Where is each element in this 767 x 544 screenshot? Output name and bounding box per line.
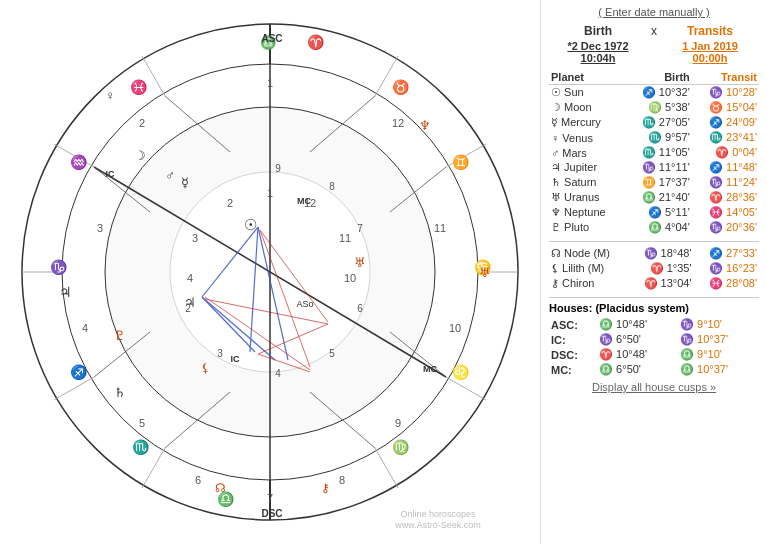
table-row: ♂ Mars ♏ 11°05' ♈ 0°04'	[549, 145, 759, 160]
birth-value: ♏ 11°05'	[625, 145, 692, 160]
transit-date[interactable]: 1 Jan 2019 00:00h	[661, 40, 759, 64]
zodiac-aquarius: ♒	[70, 154, 88, 171]
special-birth: ♑ 18°48'	[628, 246, 693, 261]
birth-date[interactable]: *2 Dec 1972 10:04h	[549, 40, 647, 64]
house-8-outer: 8	[339, 474, 345, 486]
transit-value: ♑ 10°28'	[692, 85, 759, 101]
house-1-outer: 1	[267, 77, 273, 89]
planet-name: ♄ Saturn	[549, 175, 625, 190]
transit-col-header: Transit	[692, 70, 759, 85]
transit-value: ♐ 24°09'	[692, 115, 759, 130]
planet-name: ♇ Pluto	[549, 220, 625, 235]
transit-value: ♈ 28°36'	[692, 190, 759, 205]
display-all-link[interactable]: Display all house cusps »	[549, 381, 759, 393]
table-row: ♇ Pluto ♎ 4°04' ♑ 20°36'	[549, 220, 759, 235]
house-row: ASC: ♎ 10°48' ♑ 9°10'	[549, 317, 759, 332]
birth-value: ♐ 5°11'	[625, 205, 692, 220]
planet-neptune-chart: ♆	[419, 118, 431, 133]
house-birth: ♑ 6°50'	[597, 332, 678, 347]
zodiac-scorpio: ♏	[132, 439, 150, 456]
house-label: ASC:	[549, 317, 597, 332]
mc-inner: MC	[297, 196, 311, 206]
planet-uranus-inner: ♅	[354, 255, 366, 270]
enter-date-link[interactable]: ( Enter date manually )	[549, 6, 759, 18]
house-2: 2	[227, 197, 233, 209]
houses-header: Houses: (Placidus system)	[549, 302, 759, 314]
house-3-outer: 3	[97, 222, 103, 234]
zodiac-taurus: ♉	[392, 79, 410, 96]
house-row: MC: ♎ 6°50' ♎ 10°37'	[549, 362, 759, 377]
planet-chiron-chart: ⚷	[321, 481, 330, 495]
planet-mars-chart: ♂	[165, 168, 175, 183]
watermark-line2: www.Astro-Seek.com	[394, 520, 481, 530]
date-row: *2 Dec 1972 10:04h 1 Jan 2019 00:00h	[549, 40, 759, 64]
planet-mercury-chart: ☿	[181, 175, 189, 190]
special-birth: ♈ 13°04'	[628, 276, 693, 291]
watermark-line1: Online horoscopes	[400, 509, 476, 519]
planet-node-chart: ☊	[215, 481, 226, 495]
svg-text:2: 2	[185, 303, 191, 314]
house-6-outer: 6	[195, 474, 201, 486]
house-birth: ♎ 6°50'	[597, 362, 678, 377]
transit-value: ♈ 0°04'	[692, 145, 759, 160]
house-7-outer: 7	[267, 492, 273, 504]
planet-jupiter-chart: ♃	[59, 284, 72, 300]
table-row: ☿ Mercury ♏ 27°05' ♐ 24°09'	[549, 115, 759, 130]
chart-container: ♈ ♉ ♊ ♋ ♌ ♍ ♎ ♏ ♐ ♑ ♒ ♓ ♎ 1	[10, 12, 530, 532]
divider-2	[549, 297, 759, 298]
house-2-outer: 2	[139, 117, 145, 129]
house-12-outer: 12	[392, 117, 404, 129]
table-row: ☉ Sun ♐ 10°32' ♑ 10°28'	[549, 85, 759, 101]
svg-text:8: 8	[329, 181, 335, 192]
birth-col-header: Birth	[625, 70, 692, 85]
transit-value: ♑ 11°24'	[692, 175, 759, 190]
asc-label: ASC	[261, 33, 282, 44]
house-10-outer: 10	[449, 322, 461, 334]
svg-text:3: 3	[217, 348, 223, 359]
birth-value: ♎ 4°04'	[625, 220, 692, 235]
divider-1	[549, 241, 759, 242]
planet-table: Planet Birth Transit ☉ Sun ♐ 10°32' ♑ 10…	[549, 70, 759, 235]
planet-name: ☽ Moon	[549, 100, 625, 115]
transit-value: ♏ 23°41'	[692, 130, 759, 145]
house-3: 3	[192, 232, 198, 244]
planet-lilith-chart: ⚸	[201, 361, 210, 375]
table-row: ♆ Neptune ♐ 5°11' ♓ 14°05'	[549, 205, 759, 220]
zodiac-sagittarius: ♐	[70, 364, 88, 381]
house-10: 10	[344, 272, 356, 284]
svg-text:6: 6	[357, 303, 363, 314]
planet-name: ♂ Mars	[549, 145, 625, 160]
table-row: ♄ Saturn ♊ 17°37' ♑ 11°24'	[549, 175, 759, 190]
planet-name: ☿ Mercury	[549, 115, 625, 130]
transit-value: ♓ 14°05'	[692, 205, 759, 220]
house-11-outer: 11	[434, 222, 446, 234]
house-transit: ♑ 10°37'	[678, 332, 759, 347]
ic-label: IC	[106, 169, 116, 179]
house-transit: ♎ 10°37'	[678, 362, 759, 377]
house-11: 11	[339, 232, 351, 244]
special-row: ☊ Node (M) ♑ 18°48' ♐ 27°33'	[549, 246, 759, 261]
birth-value: ♊ 17°37'	[625, 175, 692, 190]
special-transit: ♓ 28°08'	[694, 276, 759, 291]
zodiac-capricorn: ♑	[50, 259, 68, 276]
planet-name: ♆ Neptune	[549, 205, 625, 220]
birth-header: Birth	[549, 24, 647, 38]
house-transit: ♑ 9°10'	[678, 317, 759, 332]
transit-value: ♐ 11°48'	[692, 160, 759, 175]
mc-label: MC	[423, 364, 437, 374]
planet-moon-chart: ☽	[134, 148, 146, 163]
house-label: IC:	[549, 332, 597, 347]
svg-text:5: 5	[329, 348, 335, 359]
planet-pluto-chart: ♇	[114, 328, 126, 343]
planet-name: ♀ Venus	[549, 130, 625, 145]
zodiac-gemini: ♊	[452, 154, 470, 171]
birth-value: ♐ 10°32'	[625, 85, 692, 101]
house-5-outer: 5	[139, 417, 145, 429]
svg-text:7: 7	[357, 223, 363, 234]
special-row: ⚷ Chiron ♈ 13°04' ♓ 28°08'	[549, 276, 759, 291]
birth-value: ♏ 9°57'	[625, 130, 692, 145]
planet-venus-chart: ♀	[105, 88, 115, 103]
x-separator: x	[647, 24, 661, 38]
special-points-table: ☊ Node (M) ♑ 18°48' ♐ 27°33' ⚸ Lilith (M…	[549, 246, 759, 291]
zodiac-pisces: ♓	[130, 79, 148, 96]
